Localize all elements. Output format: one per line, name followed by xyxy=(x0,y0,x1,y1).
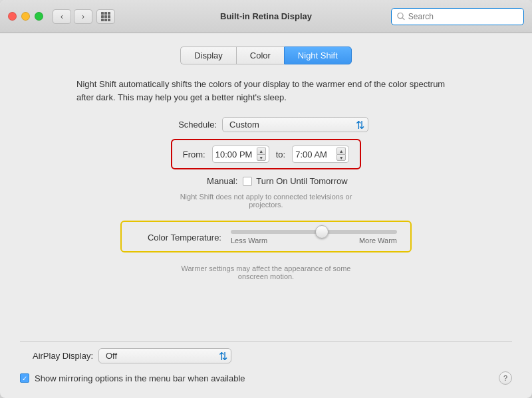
from-time-stepper: ▲ ▼ xyxy=(257,148,266,161)
less-warm-label: Less Warm xyxy=(231,237,267,245)
manual-checkbox[interactable] xyxy=(243,177,252,186)
minimize-button[interactable] xyxy=(21,12,30,21)
svg-line-1 xyxy=(402,18,404,20)
bottom-section: AirPlay Display: Off On ⇅ ✓ Show mirrori… xyxy=(20,341,512,385)
from-label: From: xyxy=(183,149,205,159)
back-button[interactable]: ‹ xyxy=(53,9,71,24)
mirroring-checkbox[interactable]: ✓ xyxy=(20,373,29,383)
projector-note: Night Shift does not apply to connected … xyxy=(166,193,366,209)
color-temp-slider[interactable] xyxy=(231,230,397,234)
to-time-input: 7:00 AM ▲ ▼ xyxy=(292,146,349,163)
color-temp-box: Color Temperature: Less Warm More Warm xyxy=(120,221,412,252)
airplay-label: AirPlay Display: xyxy=(20,351,93,361)
airplay-row: AirPlay Display: Off On ⇅ xyxy=(20,348,512,363)
tab-display[interactable]: Display xyxy=(180,47,236,64)
main-area: Night Shift automatically shifts the col… xyxy=(20,78,512,341)
traffic-lights xyxy=(8,12,43,21)
time-range-box: From: 10:00 PM ▲ ▼ to: 7:00 AM ▲ ▼ xyxy=(171,139,361,169)
slider-labels: Less Warm More Warm xyxy=(231,237,397,245)
slider-wrapper: Less Warm More Warm xyxy=(231,230,397,245)
search-icon xyxy=(397,12,405,21)
svg-point-0 xyxy=(398,13,403,19)
schedule-row: Schedule: Custom Sunset to Sunrise Off ⇅ xyxy=(164,117,368,132)
to-time-down[interactable]: ▼ xyxy=(336,154,346,161)
window-title: Built-in Retina Display xyxy=(220,11,312,21)
color-temp-row: Color Temperature: Less Warm More Warm xyxy=(135,230,397,245)
warm-note: Warmer settings may affect the appearanc… xyxy=(173,264,359,280)
from-time-down[interactable]: ▼ xyxy=(257,154,266,161)
more-warm-label: More Warm xyxy=(359,237,397,245)
manual-checkbox-label: Turn On Until Tomorrow xyxy=(256,176,347,186)
from-time-input: 10:00 PM ▲ ▼ xyxy=(212,146,269,163)
airplay-select-wrapper: Off On ⇅ xyxy=(98,348,231,363)
schedule-select-wrapper: Custom Sunset to Sunrise Off ⇅ xyxy=(222,117,368,132)
to-time-value[interactable]: 7:00 AM xyxy=(295,149,334,159)
manual-label: Manual: xyxy=(184,176,237,186)
manual-checkbox-wrapper: Turn On Until Tomorrow xyxy=(243,176,347,186)
from-time-value[interactable]: 10:00 PM xyxy=(215,149,254,159)
to-label: to: xyxy=(276,149,285,159)
search-input[interactable] xyxy=(408,12,518,21)
airplay-select[interactable]: Off On xyxy=(98,348,231,363)
help-button[interactable]: ? xyxy=(499,371,512,385)
description-text: Night Shift automatically shifts the col… xyxy=(76,78,456,104)
color-temp-label: Color Temperature: xyxy=(135,233,221,243)
nav-buttons: ‹ › xyxy=(53,9,92,24)
to-time-stepper: ▲ ▼ xyxy=(336,148,346,161)
main-window: ‹ › Built-in Retina Display Display Colo… xyxy=(0,0,532,398)
mirroring-label: Show mirroring options in the menu bar w… xyxy=(35,373,245,383)
close-button[interactable] xyxy=(8,12,17,21)
mirroring-row: ✓ Show mirroring options in the menu bar… xyxy=(20,371,512,385)
schedule-label: Schedule: xyxy=(164,120,217,130)
search-box[interactable] xyxy=(391,8,524,25)
manual-row: Manual: Turn On Until Tomorrow xyxy=(184,176,347,186)
forward-button[interactable]: › xyxy=(74,9,92,24)
grid-icon xyxy=(101,12,110,21)
content-area: Display Color Night Shift Night Shift au… xyxy=(0,33,532,398)
from-time-up[interactable]: ▲ xyxy=(257,148,266,154)
tabs-bar: Display Color Night Shift xyxy=(20,47,512,64)
grid-view-button[interactable] xyxy=(96,9,115,24)
maximize-button[interactable] xyxy=(35,12,43,21)
schedule-select[interactable]: Custom Sunset to Sunrise Off xyxy=(222,117,368,132)
titlebar: ‹ › Built-in Retina Display xyxy=(0,0,532,33)
tab-night-shift[interactable]: Night Shift xyxy=(284,47,352,64)
form-section: Schedule: Custom Sunset to Sunrise Off ⇅… xyxy=(120,117,412,280)
tab-color[interactable]: Color xyxy=(236,47,284,64)
to-time-up[interactable]: ▲ xyxy=(336,148,346,154)
